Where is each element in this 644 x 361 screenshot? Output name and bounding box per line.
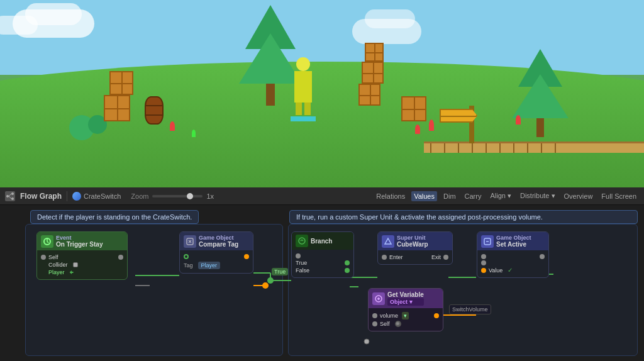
player-label: Player xyxy=(48,269,65,275)
get-variable-header: Get Variable Object ▾ xyxy=(369,289,443,308)
value-check: ✓ xyxy=(508,267,513,274)
exit-label: Exit xyxy=(431,254,441,260)
enter-label: Enter xyxy=(389,254,403,260)
dim-button[interactable]: Dim xyxy=(441,191,458,201)
super-unit-node[interactable]: Super Unit CubeWarp Enter Exit xyxy=(377,231,453,265)
branch-icon xyxy=(296,235,308,247)
branch-header: Branch xyxy=(292,232,353,250)
port-gv-left xyxy=(372,313,377,318)
on-trigger-body: Self Collider Player xyxy=(37,250,127,279)
port-player xyxy=(70,270,74,274)
relations-button[interactable]: Relations xyxy=(374,191,408,201)
port-gv-self-left xyxy=(372,321,377,326)
compare-tag-body: Tag Player xyxy=(180,250,253,273)
right-description: If true, run a custom Super Unit & activ… xyxy=(289,210,638,224)
align-button[interactable]: Align ▾ xyxy=(487,191,514,201)
branch-node[interactable]: Branch True False xyxy=(291,231,354,278)
port-sa-obj xyxy=(481,260,486,265)
game-viewport xyxy=(0,0,644,187)
zoom-control: Zoom 1x xyxy=(131,192,214,200)
svg-line-3 xyxy=(9,194,11,196)
svg-point-2 xyxy=(11,197,14,200)
flower-4 xyxy=(516,115,521,125)
set-active-body: Value ✓ xyxy=(477,250,548,277)
grass-1 xyxy=(192,130,196,137)
crate-1 xyxy=(104,95,130,121)
collider-label: Collider xyxy=(48,262,68,268)
port-ct-left xyxy=(184,254,189,259)
on-trigger-sub: Event xyxy=(56,235,103,241)
bridge-main xyxy=(424,142,644,153)
toolbar: Flow Graph CrateSwitch Zoom 1x Relations… xyxy=(0,187,644,205)
toolbar-right: Relations Values Dim Carry Align ▾ Distr… xyxy=(374,191,639,201)
get-variable-label: Get Variable xyxy=(387,291,424,298)
flow-area: Detect if the player is standing on the … xyxy=(0,205,644,361)
super-unit-label1: Super Unit xyxy=(397,235,428,241)
on-trigger-label: On Trigger Stay xyxy=(56,241,103,248)
port-exit-right xyxy=(443,255,448,260)
values-button[interactable]: Values xyxy=(411,191,437,201)
branch-false-label: False xyxy=(296,267,309,274)
flow-graph-panel: Flow Graph CrateSwitch Zoom 1x Relations… xyxy=(0,187,644,361)
set-active-label1: Game Object xyxy=(496,235,531,241)
breadcrumb-text: CrateSwitch xyxy=(84,192,121,200)
port-sa-out xyxy=(540,254,545,259)
distribute-button[interactable]: Distribute ▾ xyxy=(518,191,558,201)
toolbar-title: Flow Graph xyxy=(20,192,62,201)
on-trigger-node[interactable]: Event On Trigger Stay Self Collider Play… xyxy=(36,231,128,280)
compare-tag-label1: Game Object xyxy=(199,235,238,241)
super-unit-body: Enter Exit xyxy=(378,250,452,264)
crate-3 xyxy=(358,84,380,106)
gv-self-label: Self xyxy=(380,321,390,327)
on-trigger-icon xyxy=(41,235,53,248)
zoom-handle[interactable] xyxy=(187,193,193,199)
port-branch-in xyxy=(296,253,301,258)
crate-2 xyxy=(109,71,133,95)
get-variable-body: volume ▾ Self ⊕ xyxy=(369,308,443,331)
get-variable-icon xyxy=(372,292,385,305)
breadcrumb-icon xyxy=(72,192,81,201)
on-trigger-header: Event On Trigger Stay xyxy=(37,232,127,250)
breadcrumb: CrateSwitch xyxy=(72,192,121,201)
super-unit-icon xyxy=(382,235,394,248)
overview-button[interactable]: Overview xyxy=(562,191,596,201)
svg-point-25 xyxy=(299,238,305,244)
self-label: Self xyxy=(48,254,58,260)
branch-body: True False xyxy=(292,250,353,277)
svg-point-0 xyxy=(6,195,9,197)
character xyxy=(291,57,316,121)
compare-tag-header: Game Object Compare Tag xyxy=(180,232,253,250)
compare-tag-node[interactable]: Game Object Compare Tag Tag Player xyxy=(179,231,253,274)
flow-graph-icon xyxy=(5,191,15,201)
fullscreen-button[interactable]: Full Screen xyxy=(599,191,639,201)
tag-value: Player xyxy=(198,262,221,269)
switch-volume-label: SwitchVolume xyxy=(449,304,491,314)
volume-dropdown[interactable]: ▾ xyxy=(402,312,409,319)
get-variable-sub: Object ▾ xyxy=(387,298,424,306)
zoom-slider[interactable] xyxy=(152,195,203,197)
carry-button[interactable]: Carry xyxy=(462,191,484,201)
toolbar-separator xyxy=(67,191,67,201)
port-value xyxy=(481,268,486,273)
compare-tag-label2: Compare Tag xyxy=(199,241,238,248)
true-badge: True xyxy=(272,268,288,275)
left-description: Detect if the player is standing on the … xyxy=(30,210,199,224)
barrel xyxy=(145,96,164,125)
zoom-label: Zoom xyxy=(131,192,148,200)
port-gv-out xyxy=(434,313,439,318)
svg-line-21 xyxy=(47,242,48,243)
crate-4 xyxy=(362,62,384,84)
sign-post xyxy=(469,106,474,143)
crate-5 xyxy=(365,43,384,62)
set-active-node[interactable]: Game Object Set Active Value ✓ xyxy=(477,231,549,278)
compare-tag-icon xyxy=(184,235,196,248)
flower-3 xyxy=(429,119,434,131)
svg-marker-26 xyxy=(385,238,391,244)
svg-point-1 xyxy=(11,192,14,195)
flower-2 xyxy=(415,125,420,134)
port-enter-left xyxy=(382,255,387,260)
crate-6 xyxy=(401,96,426,121)
flower-1 xyxy=(170,121,175,131)
port-self-right xyxy=(118,255,123,260)
get-variable-node[interactable]: Get Variable Object ▾ volume ▾ Self ⊕ xyxy=(368,288,443,331)
